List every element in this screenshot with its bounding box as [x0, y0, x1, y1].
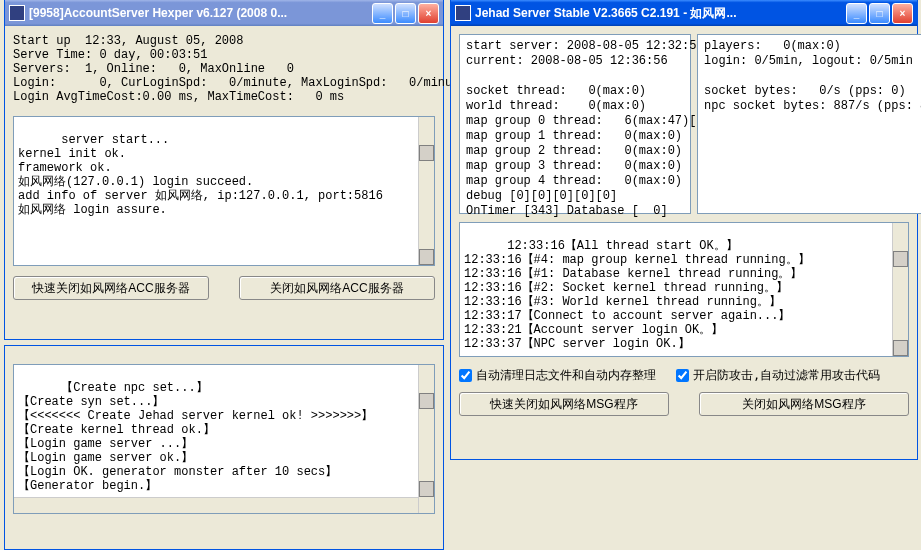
maximize-button[interactable]: □	[395, 3, 416, 24]
scroll-down-button[interactable]	[419, 481, 434, 497]
defend-checkbox[interactable]: 开启防攻击,自动过滤常用攻击代码	[676, 367, 880, 384]
maximize-button[interactable]: □	[869, 3, 890, 24]
defend-input[interactable]	[676, 369, 689, 382]
scrollbar-vertical[interactable]	[418, 117, 434, 265]
close-button[interactable]: ×	[418, 3, 439, 24]
title-text: Jehad Server Stable V2.3665 C2.191 - 如风网…	[475, 5, 846, 22]
scroll-down-button[interactable]	[893, 340, 908, 356]
log-content: 12:33:16【All thread start OK。】 12:33:16【…	[464, 239, 810, 351]
account-server-window: [9958]AccountServer Hexper v6.127 (2008 …	[4, 0, 444, 340]
log-textbox[interactable]: 12:33:16【All thread start OK。】 12:33:16【…	[459, 222, 909, 357]
log-content: 【Create npc set...】 【Create syn set...】 …	[18, 381, 373, 493]
scroll-up-button[interactable]	[893, 251, 908, 267]
minimize-button[interactable]: _	[846, 3, 867, 24]
auto-clean-input[interactable]	[459, 369, 472, 382]
close-msg-button[interactable]: 关闭如风网络MSG程序	[699, 392, 909, 416]
title-text: [9958]AccountServer Hexper v6.127 (2008 …	[29, 6, 372, 20]
defend-label: 开启防攻击,自动过滤常用攻击代码	[693, 367, 880, 384]
log-content: server start... kernel init ok. framewor…	[18, 133, 383, 217]
scrollbar-vertical[interactable]	[418, 365, 434, 513]
bottom-left-window: 【Create npc set...】 【Create syn set...】 …	[4, 345, 444, 550]
scroll-up-button[interactable]	[419, 393, 434, 409]
server-stats: Start up 12:33, August 05, 2008 Serve Ti…	[13, 34, 435, 104]
auto-clean-label: 自动清理日志文件和自动内存整理	[476, 367, 656, 384]
scrollbar-horizontal[interactable]	[14, 497, 418, 513]
log-textbox[interactable]: 【Create npc set...】 【Create syn set...】 …	[13, 364, 435, 514]
auto-clean-checkbox[interactable]: 自动清理日志文件和自动内存整理	[459, 367, 656, 384]
right-stats-panel: players: 0(max:0) login: 0/5min, logout:…	[697, 34, 921, 214]
jehad-server-window: Jehad Server Stable V2.3665 C2.191 - 如风网…	[450, 0, 918, 460]
app-icon	[455, 5, 471, 21]
app-icon	[9, 5, 25, 21]
scroll-up-button[interactable]	[419, 145, 434, 161]
log-textbox[interactable]: server start... kernel init ok. framewor…	[13, 116, 435, 266]
close-button[interactable]: ×	[892, 3, 913, 24]
close-acc-button[interactable]: 关闭如风网络ACC服务器	[239, 276, 435, 300]
minimize-button[interactable]: _	[372, 3, 393, 24]
scroll-down-button[interactable]	[419, 249, 434, 265]
scrollbar-vertical[interactable]	[892, 223, 908, 356]
titlebar-jehad[interactable]: Jehad Server Stable V2.3665 C2.191 - 如风网…	[451, 0, 917, 26]
fast-close-acc-button[interactable]: 快速关闭如风网络ACC服务器	[13, 276, 209, 300]
fast-close-msg-button[interactable]: 快速关闭如风网络MSG程序	[459, 392, 669, 416]
left-stats-panel: start server: 2008-08-05 12:32:51 curren…	[459, 34, 691, 214]
titlebar-account[interactable]: [9958]AccountServer Hexper v6.127 (2008 …	[5, 0, 443, 26]
